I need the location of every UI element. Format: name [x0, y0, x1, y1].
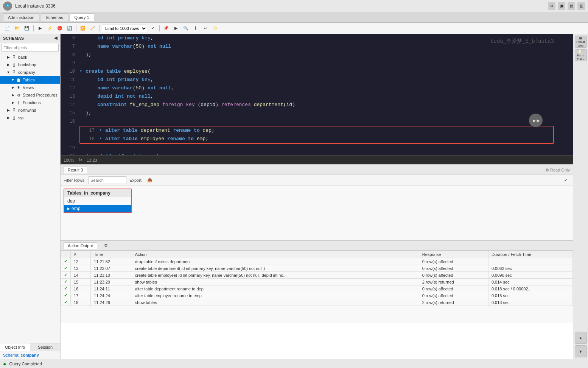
save-btn[interactable]: 💾	[23, 24, 31, 33]
num-cell: 16	[71, 285, 91, 292]
db-icon: 🗄	[11, 55, 17, 60]
table-row: ✓ 16 11:24:11 alter table department ren…	[61, 285, 573, 292]
play-button[interactable]: ▶	[529, 114, 543, 127]
pin-btn[interactable]: 📌	[162, 24, 170, 33]
action-cell: show tables	[132, 279, 419, 285]
num-cell: 15	[71, 279, 91, 285]
export-btn[interactable]: 📤	[146, 176, 154, 184]
duration-cell: 0.014 sec	[488, 279, 572, 285]
action-settings-btn[interactable]: ⚙	[102, 242, 110, 250]
filter-rows-input[interactable]	[89, 176, 126, 184]
result-grid-btn[interactable]: ▦ Result Grid	[575, 36, 587, 48]
right-panel: ▦ Result Grid 📝 Form Editor ▲ ▼	[573, 34, 588, 359]
layout2-icon[interactable]: ▤	[568, 2, 575, 10]
top-bar: 🐬 Local instance 3306 ⚙ ▣ ▤ ▥	[0, 0, 588, 12]
bank-arrow: ▶	[6, 55, 11, 59]
sidebar-item-northwind[interactable]: ▶ 🗄 northwind	[0, 106, 60, 114]
sidebar-item-tables[interactable]: ▼ 📋 Tables	[0, 76, 60, 84]
settings-icon[interactable]: ⚙	[548, 2, 555, 10]
main-layout: SCHEMAS ◀ ▶ 🗄 bank ▶ 🗄 bookshop ▼ 🗄	[0, 34, 588, 359]
tab-schemas[interactable]: Schemas	[41, 13, 68, 21]
result-grid-icon: ▦	[579, 36, 582, 40]
scroll-down-btn[interactable]: ▼	[575, 345, 587, 357]
execute-current-btn[interactable]: ⚡	[46, 24, 54, 33]
sidebar-item-bookshop[interactable]: ▶ 🗄 bookshop	[0, 61, 60, 69]
result-3-tab[interactable]: Result 3	[64, 167, 87, 173]
top-bar-icons: ⚙ ▣ ▤ ▥	[548, 2, 585, 10]
collapse-icon[interactable]: ◀	[54, 36, 57, 41]
action-cell: show tables	[132, 299, 419, 306]
refresh-btn[interactable]: 🔄	[65, 24, 74, 33]
tables-arrow: ▼	[11, 78, 15, 82]
status-cell: ✓	[61, 265, 71, 272]
app-title: Local instance 3306	[15, 3, 56, 9]
wrap-btn[interactable]: ↩	[201, 24, 210, 33]
scroll-up-btn[interactable]: ▲	[575, 332, 587, 344]
response-cell: 0 row(s) affected	[419, 265, 488, 272]
limit-select[interactable]: Limit to 1000 rows	[102, 25, 147, 32]
sidebar-item-sys[interactable]: ▶ 🗄 sys	[0, 114, 60, 122]
export-label: Export:	[129, 178, 143, 182]
sidebar-item-bank[interactable]: ▶ 🗄 bank	[0, 53, 60, 61]
action-table: # Time Action Response Duration / Fetch …	[61, 251, 573, 306]
toggle-btn[interactable]: 🔀	[79, 24, 87, 33]
tab-query1[interactable]: Query 1	[70, 13, 94, 21]
num-cell: 18	[71, 299, 91, 306]
code-line-6: 6 id int primary key,	[61, 34, 573, 42]
sidebar-item-views[interactable]: ▶ 👁 Views	[0, 84, 60, 91]
action-table-body: ✓ 12 11:21:52 drop table if exists depar…	[61, 258, 573, 306]
clear-btn[interactable]: 🧹	[89, 24, 97, 33]
layout1-icon[interactable]: ▣	[558, 2, 565, 10]
execute-btn[interactable]: ▶	[36, 24, 44, 33]
sidebar-item-functions[interactable]: ▶ ƒ Functions	[0, 99, 60, 106]
apply-btn[interactable]: ✓	[149, 24, 157, 33]
read-only-dot	[546, 168, 549, 172]
results-content: Tables_in_company dep ▶ emp	[61, 186, 573, 240]
response-cell: 0 row(s) affected	[419, 258, 488, 265]
response-cell: 2 row(s) returned	[419, 299, 488, 306]
time-cell: 11:24:11	[91, 285, 132, 292]
views-arrow: ▶	[11, 85, 15, 90]
time-cell: 11:23:07	[91, 265, 132, 272]
sidebar-item-company[interactable]: ▼ 🗄 company	[0, 69, 60, 76]
tab-administration[interactable]: Administration	[3, 13, 39, 21]
code-line-9: 9	[61, 59, 573, 67]
code-editor[interactable]: 6 id int primary key, 7 name varchar(50)…	[61, 34, 573, 155]
tabs-bar: Administration Schemas Query 1	[0, 12, 588, 23]
beautify-btn[interactable]: ✨	[211, 24, 219, 33]
bookshop-arrow: ▶	[6, 62, 11, 67]
action-output-tab[interactable]: Action Output	[64, 242, 97, 249]
code-line-13: 13 depid int not null,	[61, 92, 573, 101]
num-cell: 17	[71, 292, 91, 299]
highlight-box-17-18: 17 • alter table department rename to de…	[79, 126, 554, 144]
search-icon[interactable]: 🔍	[182, 24, 190, 33]
action-table-container[interactable]: # Time Action Response Duration / Fetch …	[61, 251, 573, 323]
sep4	[159, 25, 160, 31]
toolbar: 📄 📂 💾 ▶ ⚡ ⛔ 🔄 🔀 🧹 Limit to 1000 rows ✓ 📌…	[0, 23, 588, 34]
db-icon3: 🗄	[11, 70, 17, 75]
session-tab[interactable]: Session	[30, 343, 60, 351]
result-grid-area: Tables_in_company dep ▶ emp	[61, 186, 573, 216]
app-logo: 🐬	[3, 2, 12, 11]
open-btn[interactable]: 📂	[13, 24, 21, 33]
result-row-dep[interactable]: dep	[64, 197, 131, 205]
new-file-btn[interactable]: 📄	[3, 24, 11, 33]
sidebar-item-stored-procedures[interactable]: ▶ ⚙ Stored Procedures	[0, 91, 60, 99]
layout3-icon[interactable]: ▥	[577, 2, 585, 10]
form-editor-btn[interactable]: 📝 Form Editor	[575, 49, 587, 61]
num-cell: 13	[71, 265, 91, 272]
db-icon5: 🗄	[11, 115, 17, 120]
action-cell: drop table if exists department	[132, 258, 419, 265]
info-btn[interactable]: ℹ	[191, 24, 200, 33]
sidebar-search-input[interactable]	[2, 44, 59, 51]
status-message: Query Completed	[9, 362, 42, 366]
duration-cell: 0.013 sec	[488, 299, 572, 306]
stop-btn[interactable]: ⛔	[56, 24, 64, 33]
result-expand-btn[interactable]: ⤢	[562, 176, 570, 184]
execute2-btn[interactable]: ▶	[172, 24, 180, 33]
action-header-row: # Time Action Response Duration / Fetch …	[61, 251, 573, 258]
result-row-emp[interactable]: ▶ emp	[64, 205, 131, 212]
object-info-tab[interactable]: Object Info	[0, 343, 30, 351]
action-panel: Action Output ⚙ # Time Action Response D…	[61, 240, 573, 323]
result-box: Tables_in_company dep ▶ emp	[64, 189, 132, 213]
